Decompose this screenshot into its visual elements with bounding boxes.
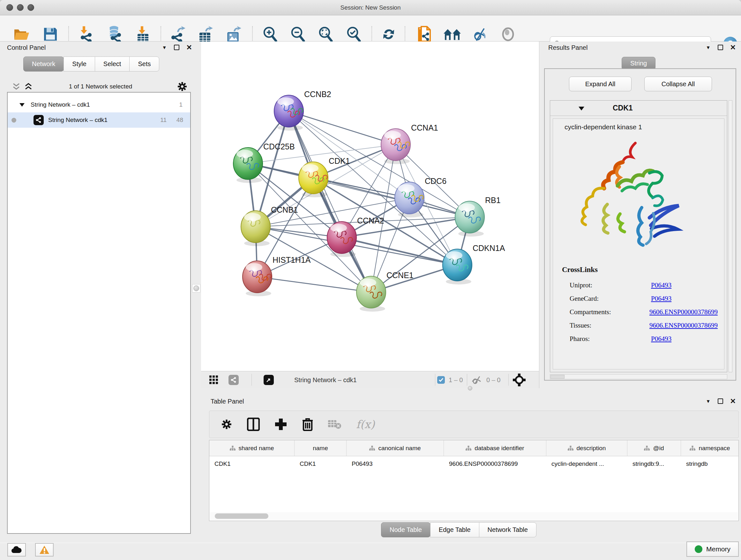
crosslink-value-link[interactable]: 9606.ENSP00000378699 <box>650 321 718 329</box>
network-row-selected[interactable]: String Network – cdk1 11 48 <box>8 112 190 128</box>
zoom-out-icon <box>290 26 306 43</box>
panel-float-icon[interactable] <box>174 45 179 50</box>
results-horizontal-scrollbar[interactable] <box>550 374 727 379</box>
node-label-CCNA1: CCNA1 <box>411 123 438 132</box>
tab-network[interactable]: Network <box>23 57 64 71</box>
delete-table-icon[interactable] <box>328 419 341 430</box>
crosslink-value-link[interactable]: P06493 <box>651 295 671 303</box>
gene-entry-header[interactable]: CDK1 <box>550 101 727 116</box>
table-cell[interactable]: cyclin-dependent ... <box>546 456 627 472</box>
tab-node-table[interactable]: Node Table <box>381 522 430 537</box>
table-cell[interactable]: 9606.ENSP00000378699 <box>444 456 546 472</box>
network-list: String Network – cdk1 1 String Network –… <box>7 92 191 534</box>
tab-sets[interactable]: Sets <box>129 57 159 71</box>
memory-status-button[interactable]: Memory <box>686 542 739 557</box>
disclosure-triangle-icon[interactable] <box>578 106 585 111</box>
table-cell[interactable]: P06493 <box>347 456 444 472</box>
tab-network-table[interactable]: Network Table <box>479 522 536 537</box>
panel-close-icon[interactable]: ✕ <box>186 45 192 50</box>
node-RB1[interactable]: RB1 <box>455 196 501 237</box>
edge-CCNB2-CCNE1[interactable] <box>289 111 371 292</box>
table-cell[interactable]: stringdb <box>681 456 739 472</box>
column-header--id[interactable]: @id <box>627 440 681 456</box>
hidden-eye-slash-icon <box>471 376 482 384</box>
column-header-name[interactable]: name <box>294 440 347 456</box>
add-column-icon[interactable] <box>274 418 287 431</box>
panel-float-icon[interactable] <box>718 398 723 404</box>
table-row[interactable]: CDK1CDK1P064939606.ENSP00000378699cyclin… <box>209 456 738 472</box>
string-network-icon <box>33 115 44 125</box>
scrollbar-thumb[interactable] <box>215 513 268 519</box>
import-table-icon <box>135 25 150 43</box>
panel-close-icon[interactable]: ✕ <box>730 398 736 404</box>
node-label-CCNA2: CCNA2 <box>357 216 384 225</box>
table-horizontal-scrollbar[interactable] <box>210 512 738 520</box>
tab-string[interactable]: String <box>622 57 656 70</box>
network-view-title: String Network – cdk1 <box>294 376 357 383</box>
disclosure-triangle-icon[interactable] <box>19 103 25 107</box>
open-in-window-icon[interactable] <box>264 375 274 385</box>
panel-collapse-icon[interactable]: ▼ <box>162 45 167 50</box>
expand-all-button[interactable]: Expand All <box>569 77 631 91</box>
table-cell[interactable]: CDK1 <box>209 456 294 472</box>
vertical-splitter-handle[interactable] <box>192 284 200 293</box>
network-collection-row[interactable]: String Network – cdk1 1 <box>8 97 190 112</box>
show-columns-icon[interactable] <box>247 418 260 431</box>
table-cell[interactable]: CDK1 <box>294 456 347 472</box>
selected-checkbox-icon[interactable] <box>437 376 445 384</box>
crosslink-value-link[interactable]: P06493 <box>651 281 671 289</box>
crosslinks-title: CrossLinks <box>562 266 598 274</box>
node-CDK1[interactable]: CDK1 <box>299 157 350 197</box>
delete-column-icon[interactable] <box>302 418 313 431</box>
edge-CDKN1A-CCNA2[interactable] <box>342 238 457 265</box>
panel-close-icon[interactable]: ✕ <box>730 45 736 50</box>
status-divider <box>252 374 252 386</box>
edge-HIST1H1A-CCNE1[interactable] <box>257 277 371 292</box>
save-session-icon <box>43 27 58 42</box>
function-builder-icon[interactable]: f(x) <box>356 418 375 431</box>
table-toolbar: f(x) <box>209 411 739 438</box>
table-settings-gear-icon[interactable] <box>221 419 232 430</box>
table-panel-title: Table Panel <box>211 398 244 405</box>
node-CCNB1[interactable]: CCNB1 <box>241 205 298 246</box>
network-graph[interactable]: CCNB2CCNA1CDC25BCDK1CDC6RB1CCNB1CCNA2CDK… <box>201 42 539 371</box>
column-type-icon <box>466 446 471 451</box>
column-header-canonical-name[interactable]: canonical name <box>347 440 444 456</box>
column-header-namespace[interactable]: namespace <box>681 440 739 456</box>
column-header-description[interactable]: description <box>546 440 627 456</box>
column-header-label: name <box>313 445 328 452</box>
network-options-gear-icon[interactable] <box>177 81 188 92</box>
panel-collapse-icon[interactable]: ▼ <box>706 398 711 404</box>
results-vertical-scrollbar[interactable] <box>729 100 732 372</box>
main-toolbar: ? <box>0 15 741 42</box>
column-header-shared-name[interactable]: shared name <box>209 440 294 456</box>
grid-view-icon[interactable] <box>209 375 218 384</box>
network-view-icon[interactable] <box>228 375 239 385</box>
node-CDC6[interactable]: CDC6 <box>395 177 447 217</box>
tab-select[interactable]: Select <box>95 57 130 71</box>
collapse-all-button[interactable]: Collapse All <box>644 77 712 91</box>
crosslink-value-link[interactable]: P06493 <box>651 335 671 343</box>
column-header-label: namespace <box>698 445 730 452</box>
crosslink-value-link[interactable]: 9606.ENSP00000378699 <box>650 308 718 316</box>
node-HIST1H1A[interactable]: HIST1H1A <box>243 255 311 296</box>
import-network-database-icon <box>106 25 123 43</box>
node-CCNE1[interactable]: CCNE1 <box>356 271 414 312</box>
tab-edge-table[interactable]: Edge Table <box>430 522 479 537</box>
panel-collapse-icon[interactable]: ▼ <box>706 45 711 50</box>
edge-CCNB2-CCNA1[interactable] <box>289 111 396 145</box>
panel-float-icon[interactable] <box>718 45 723 50</box>
node-CDC25B[interactable]: CDC25B <box>233 142 295 183</box>
warning-status-button[interactable] <box>35 543 54 557</box>
network-row-label: String Network – cdk1 <box>48 117 108 124</box>
node-table: shared namenamecanonical namedatabase id… <box>209 440 739 521</box>
cloud-status-button[interactable] <box>7 543 26 557</box>
node-CCNB2[interactable]: CCNB2 <box>274 90 331 131</box>
node-label-CCNB1: CCNB1 <box>271 205 298 214</box>
table-cell[interactable]: stringdb:9... <box>627 456 681 472</box>
column-header-database-identifier[interactable]: database identifier <box>444 440 546 456</box>
node-CDKN1A[interactable]: CDKN1A <box>443 244 505 285</box>
tab-style[interactable]: Style <box>64 57 95 71</box>
birds-eye-view-icon[interactable] <box>513 374 526 386</box>
table-splitter-handle[interactable] <box>468 386 472 390</box>
